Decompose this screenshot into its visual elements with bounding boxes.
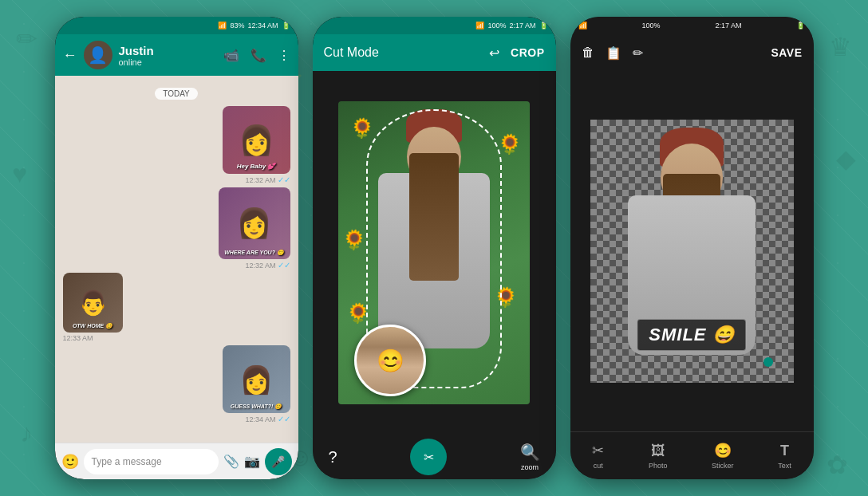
phone1-time: 12:34 AM bbox=[247, 22, 278, 30]
header-actions: 📹 📞 ⋮ bbox=[223, 48, 290, 63]
sticker-otw-text: OTW HOME 😊 bbox=[73, 323, 112, 329]
cut-mode-canvas: 🌻 🌻 🌻 🌻 🌻 bbox=[313, 71, 556, 435]
crop-button[interactable]: CROP bbox=[511, 46, 544, 59]
contact-info: Justin online bbox=[119, 44, 217, 67]
scissors-icon: ✂ bbox=[424, 450, 434, 465]
date-badge: TODAY bbox=[155, 88, 198, 100]
phone2-battery-pct: 100% bbox=[487, 22, 506, 30]
msg-received-1: 👨 OTW HOME 😊 12:33 AM bbox=[63, 273, 123, 342]
phone3-signal: 📶 bbox=[578, 22, 587, 30]
smile-emoji: 😄 bbox=[712, 325, 735, 344]
sticker-guess-text: GUESS WHAT?! 😊 bbox=[231, 403, 282, 410]
photo-background: 🌻 🌻 🌻 🌻 🌻 bbox=[338, 101, 530, 404]
phone-2-screen: 📶 100% 2:17 AM 🔋 Cut Mode ↩ CROP 🌻 🌻 🌻 🌻… bbox=[313, 17, 556, 479]
sunflower-2: 🌻 bbox=[498, 133, 522, 155]
sticker-hey-baby-text: Hey Baby 💕 bbox=[237, 163, 276, 170]
phone3-time: 2:17 AM bbox=[715, 22, 741, 30]
phone2-header: Cut Mode ↩ CROP bbox=[313, 34, 556, 71]
phone3-header: 🗑 📋 ✏ SAVE bbox=[570, 34, 814, 71]
phone2-battery: 🔋 bbox=[539, 22, 548, 30]
chat-body: TODAY 👩 Hey Baby 💕 12:32 AM ✓✓ 👩 WHERE A… bbox=[55, 76, 298, 443]
msg-time-3: 12:33 AM bbox=[63, 334, 93, 342]
text-tool-label: Text bbox=[778, 462, 791, 470]
cut-mode-title: Cut Mode bbox=[324, 45, 379, 60]
date-divider: TODAY bbox=[63, 85, 290, 100]
attach-icon[interactable]: 📎 bbox=[223, 454, 239, 469]
edit-pen-icon[interactable]: ✏ bbox=[633, 45, 643, 61]
phone3-statusbar: 📶 100% 2:17 AM 🔋 bbox=[570, 17, 814, 34]
cut-tool-label: cut bbox=[594, 462, 603, 470]
read-receipt-4: ✓✓ bbox=[278, 415, 290, 423]
read-receipt-1: ✓✓ bbox=[278, 175, 290, 184]
bg-doodle-diamond: ◆ bbox=[836, 144, 856, 174]
read-receipt-2: ✓✓ bbox=[278, 261, 290, 270]
phone3-battery-pct: 100% bbox=[641, 22, 660, 30]
tool-text[interactable]: T Text bbox=[778, 443, 791, 470]
tool-cut[interactable]: ✂ cut bbox=[592, 442, 604, 470]
phone-1-chat: 📶 83% 12:34 AM 🔋 ← 👤 Justin online 📹 📞 ⋮ bbox=[55, 17, 298, 479]
phone2-bottom-bar: ? ✂ 🔍 zoom bbox=[313, 435, 556, 479]
edit-toolbar: 🗑 📋 ✏ bbox=[582, 45, 643, 61]
msg-sent-2: 👩 WHERE ARE YOU? 🙂 12:32 AM ✓✓ bbox=[63, 187, 290, 270]
contact-avatar: 👤 bbox=[84, 41, 112, 69]
bg-doodle-music: ♪ bbox=[20, 419, 33, 448]
bg-doodle-pencil: ✏ bbox=[16, 24, 37, 54]
delete-icon[interactable]: 🗑 bbox=[582, 45, 594, 61]
resize-handle[interactable] bbox=[763, 357, 773, 367]
phone1-header: ← 👤 Justin online 📹 📞 ⋮ bbox=[55, 34, 298, 76]
video-call-icon[interactable]: 📹 bbox=[223, 48, 239, 63]
phone-call-icon[interactable]: 📞 bbox=[251, 48, 266, 63]
photo-tool-icon: 🖼 bbox=[651, 443, 665, 459]
edit-canvas-area: SMILE 😄 bbox=[570, 71, 814, 431]
undo-button[interactable]: ↩ bbox=[489, 45, 499, 61]
sunflower-3: 🌻 bbox=[346, 302, 370, 325]
phone-3-edit-mode: 📶 100% 2:17 AM 🔋 🗑 📋 ✏ SAVE bbox=[570, 17, 814, 479]
phone1-signal-icon: 📶 bbox=[218, 22, 227, 30]
smile-text-box[interactable]: SMILE 😄 bbox=[637, 319, 746, 351]
phone-1-screen: 📶 83% 12:34 AM 🔋 ← 👤 Justin online 📹 📞 ⋮ bbox=[55, 17, 298, 479]
sunflower-5: 🌻 bbox=[342, 229, 366, 251]
phone1-statusbar: 📶 83% 12:34 AM 🔋 bbox=[55, 17, 298, 34]
sticker-where-are-you: 👩 WHERE ARE YOU? 🙂 bbox=[219, 187, 290, 259]
phone-2-cut-mode: 📶 100% 2:17 AM 🔋 Cut Mode ↩ CROP 🌻 🌻 🌻 🌻… bbox=[313, 17, 556, 479]
msg-time-1: 12:32 AM ✓✓ bbox=[245, 175, 290, 184]
phone2-statusbar: 📶 100% 2:17 AM 🔋 bbox=[313, 17, 556, 34]
sticker-tool-label: Sticker bbox=[712, 462, 734, 470]
tool-photo[interactable]: 🖼 Photo bbox=[649, 443, 668, 470]
zoom-label: zoom bbox=[521, 463, 539, 471]
help-button[interactable]: ? bbox=[329, 448, 337, 466]
photo-tool-label: Photo bbox=[649, 462, 668, 470]
phone1-battery: 🔋 bbox=[282, 22, 290, 30]
phone2-time: 2:17 AM bbox=[509, 22, 535, 30]
cut-mode-actions: ↩ CROP bbox=[489, 45, 544, 61]
message-input[interactable]: Type a message bbox=[84, 449, 219, 474]
cut-tool-icon: ✂ bbox=[592, 442, 604, 459]
contact-name: Justin bbox=[119, 44, 217, 57]
message-placeholder: Type a message bbox=[92, 456, 162, 467]
phone1-battery-icon: 83% bbox=[230, 22, 244, 30]
tool-sticker[interactable]: 😊 Sticker bbox=[712, 442, 734, 470]
smile-text: SMILE 😄 bbox=[649, 325, 734, 344]
zoom-button[interactable]: 🔍 zoom bbox=[520, 443, 540, 471]
save-button[interactable]: SAVE bbox=[771, 46, 802, 59]
phone3-battery: 🔋 bbox=[796, 22, 805, 30]
phone-3-screen: 📶 100% 2:17 AM 🔋 🗑 📋 ✏ SAVE bbox=[570, 17, 814, 479]
contact-status: online bbox=[119, 57, 217, 67]
emoji-icon[interactable]: 🙂 bbox=[61, 453, 79, 470]
msg-sent-1: 👩 Hey Baby 💕 12:32 AM ✓✓ bbox=[63, 106, 290, 184]
cut-button[interactable]: ✂ bbox=[410, 439, 447, 475]
copy-icon[interactable]: 📋 bbox=[606, 45, 621, 61]
bg-doodle-flower: ✿ bbox=[827, 450, 848, 480]
more-options-icon[interactable]: ⋮ bbox=[278, 48, 290, 63]
sticker-where-text: WHERE ARE YOU? 🙂 bbox=[224, 250, 284, 256]
bg-doodle-crown: ♛ bbox=[829, 32, 852, 62]
mic-button[interactable]: 🎤 bbox=[265, 448, 292, 475]
zoom-preview-circle: 😊 bbox=[354, 325, 426, 396]
help-icon: ? bbox=[329, 448, 337, 466]
camera-icon[interactable]: 📷 bbox=[244, 454, 260, 469]
back-button[interactable]: ← bbox=[63, 47, 77, 64]
mic-icon: 🎤 bbox=[271, 455, 285, 468]
sticker-guess-what: 👩 GUESS WHAT?! 😊 bbox=[223, 345, 290, 413]
phone2-signal-icon: 📶 bbox=[475, 22, 484, 30]
sticker-hey-baby: 👩 Hey Baby 💕 bbox=[223, 106, 290, 174]
